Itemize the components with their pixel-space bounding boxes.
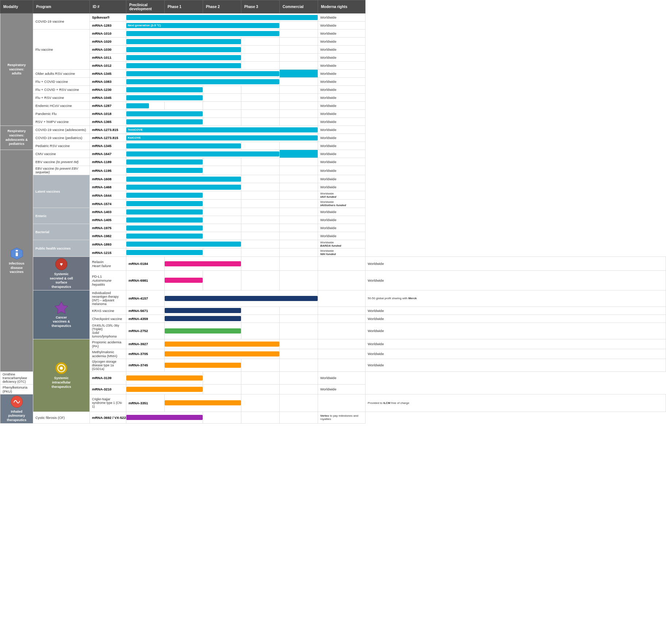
infectious-icon (10, 247, 23, 260)
svg-text:♥: ♥ (60, 261, 63, 267)
bar-mrna1083-r (280, 78, 318, 86)
bar-mrna1011-r2 (280, 54, 318, 62)
bar-mrna3692-r1 (203, 412, 241, 424)
bar-mrna1287-pre (126, 102, 165, 110)
rights-mrna3745: Worldwide (365, 359, 666, 371)
bar-mrna1010-r (280, 30, 318, 38)
id-mrna1189: mRNA-1189 (90, 158, 126, 166)
id-mrna3210: mRNA-3210 (90, 384, 126, 394)
bar-mrna1365-r2 (241, 118, 280, 126)
bar-mrna1345-ped (126, 142, 241, 150)
rights-mrna3705: Worldwide (365, 349, 666, 359)
rights-mrna1283: Worldwide (318, 22, 365, 30)
program-pa: Propionic acidemia (PA) (90, 339, 126, 349)
program-cmv: CMV vaccine (33, 150, 90, 158)
bar-mrna3139-r3 (280, 371, 318, 384)
modality-cancer: Cancervaccines &therapeutics (33, 290, 90, 339)
bar-mrna3692-r3 (280, 412, 318, 424)
id-mrna1083: mRNA-1083 (90, 78, 126, 86)
bar-mrna3705 (165, 349, 280, 359)
id-mrna3927: mRNA-3927 (126, 339, 165, 349)
program-ebv-seq: EBV vaccine (to prevent EBV sequelae) (33, 166, 90, 175)
id-mrna1215: mRNA-1215 (90, 248, 126, 257)
bar-mrna5671-r3 (318, 306, 365, 315)
bar-mrna2752-r2 (280, 323, 318, 339)
bar-mrna1030-r1 (241, 46, 280, 54)
id-mrna1011: mRNA-1011 (90, 54, 126, 62)
table-row: mRNA-1982 Worldwide (0, 232, 666, 240)
bar-mrna1345-ped-r1 (241, 142, 280, 150)
id-mrna1030: mRNA-1030 (90, 46, 126, 54)
table-row: Endemic HCoV vaccine mRNA-1287 Worldwide (0, 102, 666, 110)
rights-mrna1893: WorldwideBARDA funded (318, 240, 365, 248)
bar-mrna1189-r1 (203, 158, 241, 166)
rights-mrna1287: Worldwide (318, 102, 365, 110)
program-flu-rsv: Flu + RSV vaccine (33, 94, 90, 102)
table-row: Bacterial mRNA-1975 Worldwide (0, 224, 666, 232)
bar-mrna1893-r2 (280, 240, 318, 248)
svg-rect-2 (16, 252, 18, 256)
bar-mrna1045-r2 (241, 94, 280, 102)
bar-mrna1283-right (280, 22, 318, 30)
rights-mrna1012: Worldwide (318, 62, 365, 70)
table-row: mRNA-1215 WorldwideNIH funded (0, 248, 666, 257)
systemic-intracell-icon (55, 362, 68, 375)
bar-mrna1215-r2 (241, 248, 280, 257)
id-mrna1020: mRNA-1020 (90, 38, 126, 46)
bar-mrna1468 (126, 183, 241, 191)
bar-mrna1365-r1 (203, 118, 241, 126)
bar-mrna0184-r1 (241, 257, 280, 271)
bar-mrna1975 (126, 224, 203, 232)
id-mrna1982: mRNA-1982 (90, 232, 126, 240)
rights-mrna4359: Worldwide (365, 315, 666, 323)
bar-mrna1405-r3 (280, 216, 318, 224)
header-modality: Modality (0, 0, 33, 14)
id-mrna1365: mRNA-1365 (90, 118, 126, 126)
bar-mrna1189-r2 (241, 158, 280, 166)
rights-covid-adol: Worldwide (318, 126, 365, 134)
modality-systemic-intracell: Systemicintracellulartherapeutics (33, 339, 90, 412)
rights-mrna1018: Worldwide (318, 110, 365, 118)
rights-mrna3692: Vertex to pay milestones and royalties (318, 412, 365, 424)
svg-point-8 (60, 367, 63, 370)
bar-mrna1644-r1 (203, 191, 241, 200)
program-cf: Cystic fibrosis (CF) (33, 412, 90, 424)
program-flu: Flu vaccine (33, 30, 90, 70)
cancer-icon (55, 301, 68, 314)
table-row: EBV vaccine (to prevent EBV sequelae) mR… (0, 166, 666, 175)
program-ebv-im: EBV vaccine (to prevent IM) (33, 158, 90, 166)
program-rsv-hmpv: RSV + hMPV vaccine (33, 118, 90, 126)
rights-mrna1644: WorldwideIAVI funded (318, 191, 365, 200)
table-row: Glycogen storage disease type 1a (GSD1a)… (0, 359, 666, 371)
bar-mrna3210-r2 (241, 384, 280, 394)
rights-mrna0184: Worldwide (365, 257, 666, 271)
bar-mrna1030 (126, 46, 241, 54)
bar-mrna1020 (126, 38, 241, 46)
modality-systemic-secreted: ♥ Systemicsecreted & cellsurfacetherapeu… (33, 257, 90, 290)
table-row: mRNA-1405 Worldwide (0, 216, 666, 224)
rights-mrna1982: Worldwide (318, 232, 365, 240)
bar-mrna3351-r3 (318, 394, 365, 412)
bar-mrna1574-r1 (203, 200, 241, 208)
bar-mrna1647-r (280, 150, 318, 158)
bar-mrna1230-r1 (203, 86, 241, 94)
rights-mrna1468: Worldwide (318, 183, 365, 191)
rights-mrna1975: Worldwide (318, 224, 365, 232)
table-row: Infectiousdiseasevaccines CMV vaccine mR… (0, 150, 666, 158)
category-latent: Latent vaccines (33, 175, 90, 208)
bar-mrna1189 (126, 158, 203, 166)
bar-mrna3210-r3 (280, 384, 318, 394)
bar-mrna1893-r1 (241, 240, 280, 248)
bar-mrna3745-r1 (241, 359, 280, 371)
header-phase1: Phase 1 (165, 0, 203, 14)
bar-mrna3139-r1 (203, 371, 241, 384)
program-pandemic-flu: Pandemic Flu (33, 110, 90, 118)
rights-mrna1189: Worldwide (318, 158, 365, 166)
bar-mrna1468-r1 (241, 183, 280, 191)
bar-mrna3745 (165, 359, 241, 371)
bar-mrna1644-r3 (280, 191, 318, 200)
program-pdl1: PD-L1Autoimmune hepatitis (90, 271, 126, 290)
bar-mrna1403-r2 (241, 208, 280, 216)
id-mrna1644: mRNA-1644 (90, 191, 126, 200)
id-mrna1647: mRNA-1647 (90, 150, 126, 158)
